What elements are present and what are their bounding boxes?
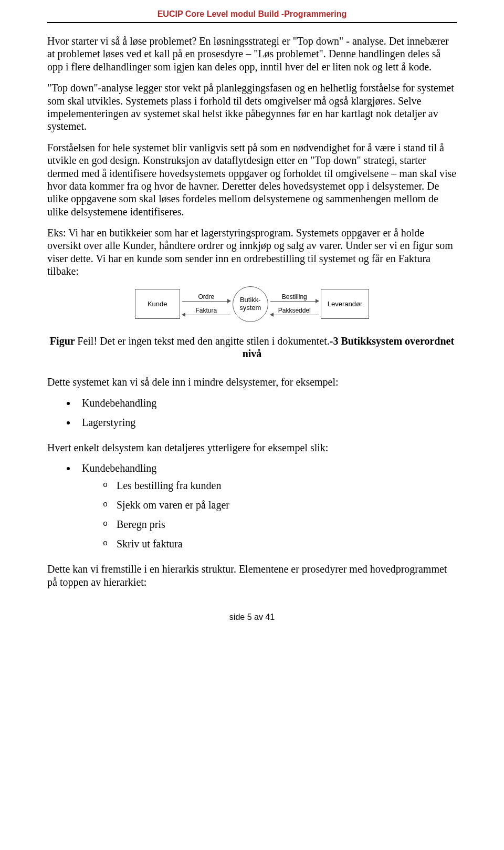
paragraph-4: Eks: Vi har en butikkeier som har et lag… xyxy=(47,226,457,278)
arrow-right-icon xyxy=(270,301,319,302)
caption-error-text: Feil! Det er ingen tekst med den angitte… xyxy=(77,335,329,347)
detail-sublist: Les bestilling fra kunden Sjekk om varen… xyxy=(82,480,457,550)
diagram-connector-left: Ordre Faktura xyxy=(180,293,233,315)
arrow-left-icon xyxy=(182,315,230,315)
list-item: Sjekk om varen er på lager xyxy=(103,499,457,511)
caption-prefix: Figur xyxy=(50,335,77,347)
diagram-label-pakkseddel: Pakkseddel xyxy=(270,307,319,314)
diagram-box-kunde: Kunde xyxy=(135,289,180,319)
paragraph-3: Forståelsen for hele systemet blir vanli… xyxy=(47,141,457,218)
list-item: Beregn pris xyxy=(103,519,457,531)
figure-caption: Figur Feil! Det er ingen tekst med den a… xyxy=(47,335,457,360)
arrow-left-icon xyxy=(270,315,319,315)
list-item: Kundebehandling Les bestilling fra kunde… xyxy=(77,462,457,550)
detail-list: Kundebehandling Les bestilling fra kunde… xyxy=(47,462,457,550)
list-item: Skriv ut faktura xyxy=(103,538,457,550)
document-page: EUCIP Core Level modul Build -Programmer… xyxy=(0,0,504,643)
figure-container: Kunde Ordre Faktura Butikk- system Besti… xyxy=(47,286,457,322)
page-header: EUCIP Core Level modul Build -Programmer… xyxy=(47,9,457,19)
list-item: Kundebehandling xyxy=(77,397,457,409)
diagram-circle-butikksystem: Butikk- system xyxy=(233,286,268,322)
detail-group-label: Kundebehandling xyxy=(82,462,156,474)
diagram-box-leverandor: Leverandør xyxy=(321,289,369,319)
list-item: Les bestilling fra kunden xyxy=(103,480,457,492)
subsystem-list: Kundebehandling Lagerstyring xyxy=(47,397,457,429)
paragraph-1: Hvor starter vi så å løse problemet? En … xyxy=(47,35,457,73)
dataflow-diagram: Kunde Ordre Faktura Butikk- system Besti… xyxy=(135,286,369,322)
list-item: Lagerstyring xyxy=(77,417,457,429)
paragraph-6: Hvert enkelt delsystem kan detaljeres yt… xyxy=(47,441,457,454)
paragraph-7: Dette kan vi fremstille i en hierarkis s… xyxy=(47,563,457,588)
paragraph-2: "Top down"-analyse legger stor vekt på p… xyxy=(47,81,457,133)
header-rule xyxy=(47,22,457,23)
page-footer: side 5 av 41 xyxy=(47,613,457,622)
paragraph-5: Dette systemet kan vi så dele inn i mind… xyxy=(47,376,457,388)
arrow-right-icon xyxy=(182,301,230,302)
diagram-label-bestilling: Bestilling xyxy=(270,293,319,300)
diagram-connector-right: Bestilling Pakkseddel xyxy=(268,293,321,315)
diagram-label-ordre: Ordre xyxy=(182,293,230,300)
diagram-label-faktura: Faktura xyxy=(182,307,230,314)
